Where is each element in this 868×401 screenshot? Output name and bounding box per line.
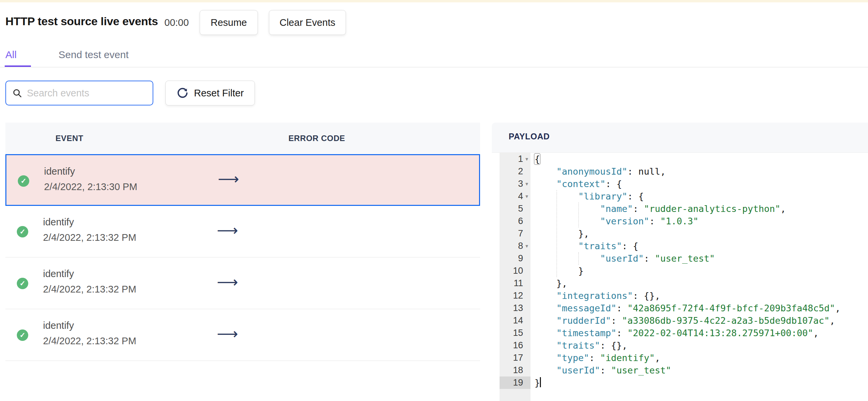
code-line: "rudderId": "a33086db-9375-4c22-a2a3-b5d… <box>534 314 840 327</box>
column-header-event: EVENT <box>56 134 83 143</box>
line-number: 7 <box>500 228 523 239</box>
arrow-right-icon: ⟶ <box>217 327 238 341</box>
reset-filter-label: Reset Filter <box>194 88 244 99</box>
editor-gutter: 1▾23▾4▾5678▾910111213141516171819 <box>500 153 530 401</box>
fold-toggle-icon[interactable]: ▾ <box>523 243 530 249</box>
line-number: 10 <box>500 266 523 276</box>
page-title: HTTP test source live events <box>5 15 158 28</box>
fold-toggle-icon[interactable]: ▾ <box>523 193 530 200</box>
line-number: 5 <box>500 203 523 214</box>
gutter-line: 3▾ <box>500 178 530 190</box>
code-line: "timestamp": "2022-02-04T14:13:28.275971… <box>534 327 840 339</box>
code-line: "userId": "user_test" <box>534 252 840 265</box>
gutter-line: 4▾ <box>500 190 530 202</box>
live-events-page: HTTP test source live events 00:00 Resum… <box>0 0 868 401</box>
search-icon <box>12 88 22 98</box>
line-number: 6 <box>500 216 523 226</box>
event-name: identify <box>44 166 75 177</box>
top-banner <box>0 0 868 2</box>
line-number: 1 <box>500 154 523 164</box>
event-row[interactable]: ✓ identify 2/4/2022, 2:13:32 PM ⟶ <box>5 258 480 309</box>
line-number: 8 <box>500 241 523 251</box>
gutter-line: 5 <box>500 202 530 215</box>
clear-events-button[interactable]: Clear Events <box>269 10 346 35</box>
text-cursor <box>540 377 541 387</box>
code-line: "messageId": "42a8695f-72f4-4f9f-bfcf-20… <box>534 302 840 314</box>
resume-button[interactable]: Resume <box>200 10 258 35</box>
event-row[interactable]: ✓ identify 2/4/2022, 2:13:32 PM ⟶ <box>5 206 480 258</box>
line-number: 17 <box>500 353 523 363</box>
gutter-line: 8▾ <box>500 240 530 252</box>
success-icon: ✓ <box>17 330 28 341</box>
table-header: EVENT ERROR CODE <box>5 123 480 154</box>
success-icon: ✓ <box>17 278 28 289</box>
tab-all[interactable]: All <box>5 49 17 61</box>
event-timestamp: 2/4/2022, 2:13:32 PM <box>43 232 136 243</box>
line-number: 2 <box>500 166 523 177</box>
event-rows: ✓ identify 2/4/2022, 2:13:30 PM ⟶ ✓ iden… <box>5 154 480 361</box>
gutter-line: 1▾ <box>500 153 530 165</box>
code-editor[interactable]: 1▾23▾4▾5678▾910111213141516171819 { "ano… <box>492 153 868 401</box>
fold-toggle-icon[interactable]: ▾ <box>523 156 530 162</box>
line-number: 15 <box>500 328 523 338</box>
code-line: { <box>534 153 840 165</box>
column-header-error-code: ERROR CODE <box>288 134 345 143</box>
code-line: "integrations": {}, <box>534 290 840 302</box>
code-line: "anonymousId": null, <box>534 165 840 178</box>
arrow-right-icon: ⟶ <box>217 223 238 238</box>
code-line: "userId": "user_test" <box>534 364 840 376</box>
tab-divider <box>0 67 868 67</box>
code-line: "library": { <box>534 190 840 202</box>
gutter-line: 9 <box>500 252 530 265</box>
code-line: } <box>534 376 840 389</box>
gutter-line: 2 <box>500 165 530 178</box>
gutter-line: 7 <box>500 227 530 240</box>
line-number: 9 <box>500 253 523 264</box>
gutter-line: 16 <box>500 339 530 352</box>
gutter-line: 14 <box>500 314 530 327</box>
event-timestamp: 2/4/2022, 2:13:32 PM <box>43 335 136 346</box>
code-line: "traits": {}, <box>534 339 840 352</box>
gutter-line: 12 <box>500 290 530 302</box>
gutter-line: 6 <box>500 215 530 227</box>
line-number: 11 <box>500 278 523 289</box>
gutter-line: 13 <box>500 302 530 314</box>
gutter-line: 19 <box>500 376 530 389</box>
debounce-timer: 00:00 <box>164 17 189 28</box>
tab-send-test-event[interactable]: Send test event <box>59 49 128 61</box>
code-line: "traits": { <box>534 240 840 252</box>
line-number: 3 <box>500 179 523 189</box>
search-input[interactable] <box>27 88 147 99</box>
payload-title: PAYLOAD <box>508 132 550 141</box>
fold-toggle-icon[interactable]: ▾ <box>523 181 530 187</box>
line-number: 12 <box>500 291 523 301</box>
success-icon: ✓ <box>17 226 28 237</box>
event-name: identify <box>43 320 74 331</box>
code-line: } <box>534 265 840 277</box>
events-table: EVENT ERROR CODE ✓ identify 2/4/2022, 2:… <box>5 123 480 361</box>
refresh-icon <box>177 87 189 99</box>
code-line: "type": "identify", <box>534 352 840 364</box>
event-timestamp: 2/4/2022, 2:13:32 PM <box>43 284 136 295</box>
line-number: 14 <box>500 315 523 326</box>
event-name: identify <box>43 216 74 228</box>
code-line: "version": "1.0.3" <box>534 215 840 227</box>
reset-filter-button[interactable]: Reset Filter <box>165 80 255 105</box>
arrow-right-icon: ⟶ <box>217 275 238 290</box>
gutter-line: 11 <box>500 277 530 290</box>
event-name: identify <box>43 268 74 279</box>
line-number: 18 <box>500 365 523 375</box>
line-number: 13 <box>500 303 523 313</box>
search-events-box[interactable] <box>5 80 153 105</box>
gutter-line: 10 <box>500 265 530 277</box>
code-lines: { "anonymousId": null, "context": { "lib… <box>534 153 840 389</box>
gutter-line: 17 <box>500 352 530 364</box>
event-row[interactable]: ✓ identify 2/4/2022, 2:13:32 PM ⟶ <box>5 309 480 361</box>
code-line: }, <box>534 277 840 290</box>
code-line: "name": "rudder-analytics-python", <box>534 202 840 215</box>
code-line: "context": { <box>534 178 840 190</box>
line-number: 16 <box>500 340 523 350</box>
event-row[interactable]: ✓ identify 2/4/2022, 2:13:30 PM ⟶ <box>5 154 480 206</box>
success-icon: ✓ <box>18 175 29 187</box>
line-number: 4 <box>500 191 523 201</box>
